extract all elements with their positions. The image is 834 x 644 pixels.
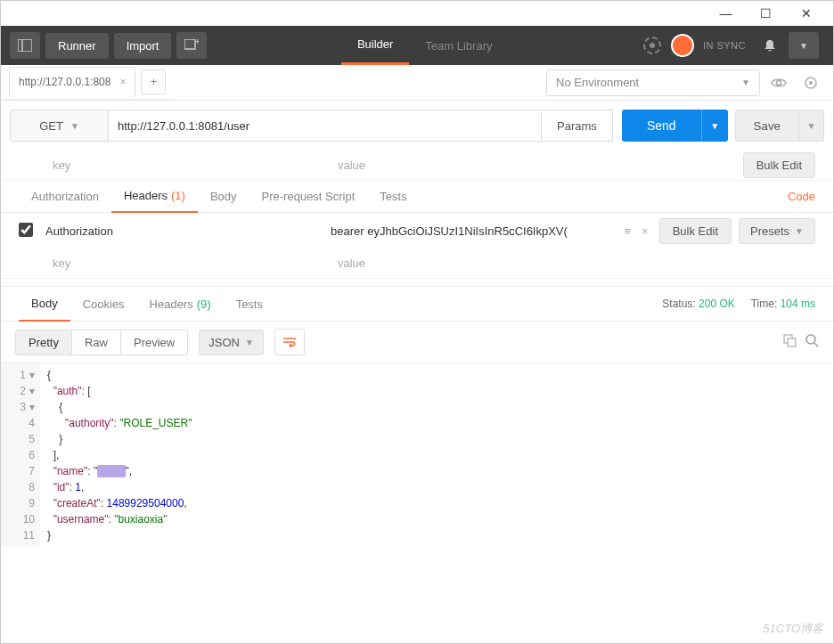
tab-response-cookies[interactable]: Cookies	[70, 286, 137, 322]
resp-headers-count: (9)	[197, 298, 211, 311]
chevron-down-icon: ▼	[741, 77, 750, 87]
response-actions	[783, 334, 819, 350]
window-close-button[interactable]: ✕	[786, 1, 826, 26]
new-window-icon[interactable]: +	[176, 32, 207, 59]
presets-label: Presets	[750, 224, 789, 238]
raw-button[interactable]: Raw	[72, 330, 121, 355]
tab-response-body[interactable]: Body	[19, 286, 70, 322]
time-value: 104 ms	[781, 298, 815, 310]
code-link[interactable]: Code	[788, 190, 815, 203]
status-value: 200 OK	[699, 298, 735, 310]
window-maximize-button[interactable]: ☐	[746, 1, 786, 26]
close-icon[interactable]: ×	[119, 76, 126, 88]
params-button[interactable]: Params	[542, 110, 613, 142]
response-tabs: Body Cookies Headers (9) Tests Status: 2…	[1, 286, 833, 322]
window-titlebar: — ☐ ✕	[1, 1, 833, 26]
header-value-input[interactable]: value	[338, 257, 815, 270]
svg-rect-2	[184, 39, 195, 49]
sync-icon[interactable]	[637, 32, 667, 59]
copy-icon[interactable]	[783, 334, 797, 350]
format-group: Pretty Raw Preview	[15, 330, 188, 355]
tab-prerequest[interactable]: Pre-request Script	[249, 181, 368, 213]
presets-button[interactable]: Presets ▼	[739, 218, 815, 244]
status-label: Status:	[662, 298, 695, 310]
header-key-input[interactable]: key	[53, 257, 338, 270]
param-key-input[interactable]: key	[53, 159, 338, 172]
svg-rect-8	[788, 338, 796, 346]
method-label: GET	[39, 119, 63, 133]
header-value-input[interactable]: bearer eyJhbGciOiJSUzI1NiIsInR5cCI6IkpXV…	[331, 224, 614, 238]
header-row: Authorization bearer eyJhbGciOiJSUzI1NiI…	[1, 213, 833, 249]
header-key-input[interactable]: Authorization	[45, 224, 331, 238]
chevron-down-icon: ▼	[245, 338, 254, 347]
tab-body[interactable]: Body	[198, 181, 249, 213]
tab-builder[interactable]: Builder	[341, 26, 409, 65]
svg-point-9	[806, 335, 815, 344]
environment-quicklook-icon[interactable]	[765, 69, 792, 96]
body-type-label: JSON	[208, 336, 240, 349]
save-button[interactable]: Save	[735, 110, 799, 142]
svg-point-6	[809, 81, 813, 85]
tab-authorization[interactable]: Authorization	[19, 181, 111, 213]
svg-rect-0	[18, 39, 32, 52]
search-icon[interactable]	[805, 334, 819, 350]
redacted-value	[97, 465, 125, 477]
avatar[interactable]	[671, 34, 694, 57]
line-gutter: 1▾ 2▾ 3▾ 4 5 6 7 8 9 10 11	[1, 363, 40, 547]
url-input[interactable]	[108, 110, 542, 142]
format-bar: Pretty Raw Preview JSON ▼	[1, 322, 833, 363]
settings-icon[interactable]	[797, 69, 824, 96]
resp-headers-label: Headers	[150, 298, 193, 311]
sync-status-label: IN SYNC	[703, 40, 746, 51]
environment-label: No Environment	[556, 76, 639, 89]
window-minimize-button[interactable]: —	[706, 1, 746, 26]
tab-headers[interactable]: Headers (1)	[111, 181, 198, 213]
request-tab-title: http://127.0.0.1:808	[19, 76, 110, 88]
pretty-button[interactable]: Pretty	[16, 330, 72, 355]
environment-selector[interactable]: No Environment ▼	[546, 69, 760, 96]
request-sub-tabs: Authorization Headers (1) Body Pre-reque…	[1, 181, 833, 213]
import-button[interactable]: Import	[114, 33, 172, 59]
tab-response-headers[interactable]: Headers (9)	[137, 286, 224, 322]
code-text[interactable]: { "auth": [ { "authority": "ROLE_USER" }…	[40, 363, 199, 547]
wrap-lines-icon[interactable]	[274, 329, 305, 355]
delete-row-icon[interactable]: ×	[642, 224, 649, 238]
header-checkbox[interactable]	[19, 223, 33, 237]
bulk-edit-button[interactable]: Bulk Edit	[659, 218, 732, 244]
tab-headers-count: (1)	[171, 189, 185, 202]
svg-line-10	[814, 343, 818, 346]
send-dropdown[interactable]: ▼	[701, 110, 728, 142]
send-button[interactable]: Send	[622, 110, 701, 142]
url-bar: GET ▼ Params Send ▼ Save ▼	[1, 101, 833, 151]
bulk-edit-button[interactable]: Bulk Edit	[743, 152, 815, 178]
svg-text:+: +	[195, 39, 199, 46]
body-type-selector[interactable]: JSON ▼	[199, 330, 264, 355]
request-tabs: http://127.0.0.1:808 × +	[0, 64, 175, 100]
response-body[interactable]: 1▾ 2▾ 3▾ 4 5 6 7 8 9 10 11 { "auth": [ {…	[1, 363, 833, 547]
method-selector[interactable]: GET ▼	[10, 110, 108, 142]
tab-tests[interactable]: Tests	[367, 181, 419, 213]
params-row: key value Bulk Edit	[1, 151, 833, 181]
watermark: 51CTO博客	[763, 621, 823, 637]
header-placeholder-row: key value	[1, 249, 833, 279]
save-dropdown[interactable]: ▼	[799, 110, 824, 142]
param-value-input[interactable]: value	[338, 159, 743, 172]
preview-button[interactable]: Preview	[121, 330, 187, 355]
drag-handle-icon[interactable]: ≡	[625, 224, 632, 238]
user-dropdown[interactable]: ▼	[789, 32, 819, 59]
sidebar-toggle-icon[interactable]	[10, 32, 40, 59]
time-label: Time:	[751, 298, 778, 310]
chevron-down-icon: ▼	[70, 121, 79, 131]
notifications-icon[interactable]	[755, 32, 785, 59]
tab-headers-label: Headers	[124, 189, 168, 202]
tab-team-library[interactable]: Team Library	[409, 26, 508, 65]
response-status: Status: 200 OK Time: 104 ms	[662, 298, 815, 310]
runner-button[interactable]: Runner	[45, 33, 109, 59]
center-tabs: Builder Team Library	[212, 26, 636, 65]
tab-response-tests[interactable]: Tests	[224, 286, 275, 322]
svg-point-4	[777, 80, 781, 85]
add-tab-button[interactable]: +	[141, 69, 166, 94]
chevron-down-icon: ▼	[795, 226, 804, 236]
request-tab[interactable]: http://127.0.0.1:808 ×	[9, 67, 135, 97]
app-top-bar: Runner Import + Builder Team Library IN …	[1, 26, 833, 65]
